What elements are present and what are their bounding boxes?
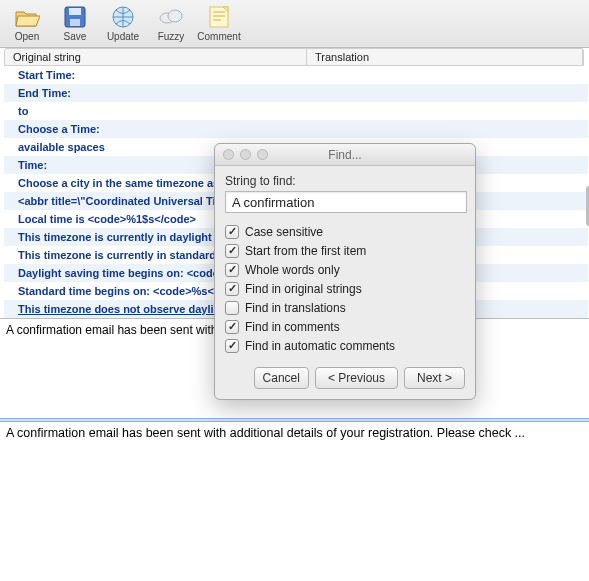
find-label: String to find: [225, 174, 465, 188]
folder-open-icon [13, 3, 41, 31]
translation-text-pane[interactable]: A confirmation email has been sent with … [0, 422, 589, 532]
comment-button[interactable]: Comment [196, 2, 242, 42]
translation-text: A confirmation email has been sent with … [6, 426, 525, 440]
column-original[interactable]: Original string [5, 49, 307, 65]
table-row[interactable]: Start Time: [4, 66, 588, 84]
option-start-first[interactable]: Start from the first item [225, 242, 465, 260]
column-headers: Original string Translation [4, 48, 584, 66]
checkbox-icon[interactable] [225, 320, 239, 334]
svg-rect-1 [69, 8, 81, 15]
checkbox-icon[interactable] [225, 225, 239, 239]
checkbox-icon[interactable] [225, 301, 239, 315]
toolbar: Open Save Update Fuzzy Comment [0, 0, 589, 48]
comment-label: Comment [197, 32, 240, 42]
option-find-translations[interactable]: Find in translations [225, 299, 465, 317]
checkbox-icon[interactable] [225, 339, 239, 353]
option-find-original[interactable]: Find in original strings [225, 280, 465, 298]
option-find-auto-comments[interactable]: Find in automatic comments [225, 337, 465, 355]
table-row[interactable]: Choose a Time: [4, 120, 588, 138]
checkbox-icon[interactable] [225, 282, 239, 296]
column-translation[interactable]: Translation [307, 49, 583, 65]
checkbox-icon[interactable] [225, 263, 239, 277]
option-case-sensitive[interactable]: Case sensitive [225, 223, 465, 241]
save-label: Save [64, 32, 87, 42]
table-row[interactable]: End Time: [4, 84, 588, 102]
svg-point-5 [168, 10, 182, 22]
find-input[interactable] [225, 191, 467, 213]
close-window-icon[interactable] [223, 149, 234, 160]
fuzzy-button[interactable]: Fuzzy [148, 2, 194, 42]
floppy-save-icon [61, 3, 89, 31]
globe-update-icon [109, 3, 137, 31]
option-whole-words[interactable]: Whole words only [225, 261, 465, 279]
update-label: Update [107, 32, 139, 42]
find-options: Case sensitive Start from the first item… [225, 223, 465, 355]
table-row[interactable]: to [4, 102, 588, 120]
svg-rect-2 [70, 19, 80, 26]
cloud-fuzzy-icon [157, 3, 185, 31]
save-button[interactable]: Save [52, 2, 98, 42]
zoom-window-icon[interactable] [257, 149, 268, 160]
window-controls [223, 149, 268, 160]
find-dialog: Find... String to find: Case sensitive S… [214, 143, 476, 400]
find-dialog-titlebar[interactable]: Find... [215, 144, 475, 166]
previous-button[interactable]: < Previous [315, 367, 398, 389]
update-button[interactable]: Update [100, 2, 146, 42]
fuzzy-label: Fuzzy [158, 32, 185, 42]
minimize-window-icon[interactable] [240, 149, 251, 160]
open-label: Open [15, 32, 39, 42]
open-button[interactable]: Open [4, 2, 50, 42]
cancel-button[interactable]: Cancel [254, 367, 309, 389]
next-button[interactable]: Next > [404, 367, 465, 389]
note-comment-icon [205, 3, 233, 31]
checkbox-icon[interactable] [225, 244, 239, 258]
option-find-comments[interactable]: Find in comments [225, 318, 465, 336]
